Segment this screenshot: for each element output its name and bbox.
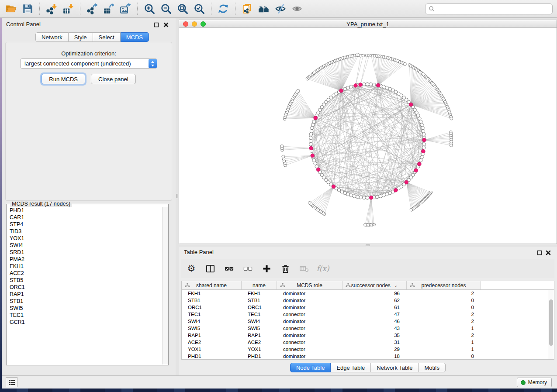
table-cell-filler [481, 297, 548, 304]
table-scrollbar[interactable] [548, 290, 554, 359]
table-cell: SWI4 [242, 318, 277, 325]
select-all-icon[interactable] [223, 263, 235, 274]
result-list-item[interactable]: SRD1 [7, 249, 162, 256]
task-history-button[interactable] [6, 377, 17, 387]
table-cell: dominator [277, 304, 343, 311]
result-list-item[interactable]: TEC1 [7, 312, 162, 319]
table-row[interactable]: PHD1PHD1dominator180 [182, 353, 548, 359]
result-list-item[interactable]: ACE2 [7, 270, 162, 277]
criterion-dropdown[interactable]: largest connected component (undirected) [20, 58, 157, 69]
table-row[interactable]: RAP1RAP1dominator352 [182, 332, 548, 339]
result-list-item[interactable]: STB5 [7, 277, 162, 284]
eye-slash-icon[interactable] [273, 2, 287, 16]
close-table-panel-icon[interactable] [546, 249, 552, 255]
mcds-result-scrollbar[interactable] [162, 207, 168, 364]
result-list-item[interactable]: PMA2 [7, 256, 162, 263]
function-builder-icon[interactable]: f(x) [317, 263, 329, 274]
result-list-item[interactable]: CAR1 [7, 214, 162, 221]
network-canvas[interactable] [179, 28, 557, 244]
vertical-splitter[interactable] [176, 18, 179, 375]
node-table-body: FKH1FKH1dominator962STB1STB1dominator620… [182, 290, 548, 359]
result-list-item[interactable]: STP4 [7, 221, 162, 228]
result-list-item[interactable]: FKH1 [7, 263, 162, 270]
column-header-mcds-role[interactable]: MCDS role [277, 281, 343, 289]
float-table-panel-icon[interactable] [537, 249, 543, 255]
table-cell: 2 [407, 290, 481, 297]
refresh-icon[interactable] [216, 2, 230, 16]
zoom-in-icon[interactable] [142, 2, 156, 16]
table-row[interactable]: STB1STB1dominator620 [182, 297, 548, 304]
delete-column-icon[interactable] [280, 263, 291, 274]
toolbar-separator [137, 3, 138, 15]
clone-network-icon[interactable] [240, 2, 254, 16]
network-window-titlebar: YPA_prune.txt_1 [179, 20, 557, 28]
result-list-item[interactable]: GCR1 [7, 319, 162, 326]
add-column-icon[interactable] [261, 263, 272, 274]
table-cell: RAP1 [182, 332, 242, 339]
result-list-item[interactable]: SWI5 [7, 305, 162, 312]
open-file-icon[interactable] [4, 2, 18, 16]
column-header-shared-name[interactable]: shared name [182, 281, 242, 289]
table-row[interactable]: FKH1FKH1dominator962 [182, 290, 548, 297]
save-session-icon[interactable] [21, 2, 35, 16]
network-window: YPA_prune.txt_1 [179, 20, 557, 244]
tab-motifs[interactable]: Motifs [419, 363, 446, 372]
result-list-item[interactable]: RAP1 [7, 291, 162, 298]
column-header-predecessor-nodes[interactable]: predecessor nodes [407, 281, 481, 289]
result-list-item[interactable]: STB1 [7, 298, 162, 305]
table-cell: YOX1 [182, 346, 242, 353]
tab-edge-table[interactable]: Edge Table [331, 363, 371, 372]
table-row[interactable]: TEC1TEC1connector472 [182, 311, 548, 318]
tab-select[interactable]: Select [93, 32, 121, 42]
float-panel-icon[interactable] [154, 21, 160, 28]
desktop-background [0, 389, 557, 392]
search-icon [429, 6, 435, 12]
tab-style[interactable]: Style [69, 32, 93, 42]
table-cell: ORC1 [242, 304, 277, 311]
memory-label: Memory [528, 379, 547, 385]
table-settings-gear-icon[interactable]: ⚙ [186, 263, 197, 274]
table-panel-tabs: Node Table Edge Table Network Table Moti… [179, 363, 557, 372]
tab-network[interactable]: Network [35, 32, 69, 42]
houses-icon[interactable] [257, 2, 271, 16]
import-network-icon[interactable] [45, 2, 59, 16]
export-table-icon[interactable] [102, 2, 116, 16]
zoom-selected-icon[interactable] [192, 2, 206, 16]
zoom-out-icon[interactable] [159, 2, 173, 16]
table-row[interactable]: SWI4SWI4dominator462 [182, 318, 548, 325]
export-image-icon[interactable] [118, 2, 132, 16]
clear-table-icon[interactable] [298, 263, 310, 274]
result-list-item[interactable]: PHD1 [7, 207, 162, 214]
table-row[interactable]: ACE2ACE2connector311 [182, 339, 548, 346]
tab-network-table[interactable]: Network Table [371, 363, 419, 372]
close-panel-icon[interactable] [163, 21, 170, 28]
table-row[interactable]: ORC1ORC1dominator610 [182, 304, 548, 311]
tab-mcds[interactable]: MCDS [121, 32, 149, 42]
splitter-handle[interactable] [366, 244, 370, 246]
export-network-icon[interactable] [85, 2, 99, 16]
table-cell: 46 [343, 318, 407, 325]
tab-node-table[interactable]: Node Table [290, 363, 331, 372]
result-list-item[interactable]: SWI4 [7, 242, 162, 249]
result-list-item[interactable]: TID3 [7, 228, 162, 235]
mcds-result-list: PHD1CAR1STP4TID3YOX1SWI4SRD1PMA2FKH1ACE2… [7, 207, 162, 364]
eye-icon[interactable] [290, 2, 304, 16]
result-list-item[interactable]: YOX1 [7, 235, 162, 242]
table-scrollbar-thumb[interactable] [549, 299, 553, 346]
run-mcds-button[interactable]: Run MCDS [42, 74, 85, 84]
close-panel-button[interactable]: Close panel [91, 74, 136, 84]
table-row[interactable]: SWI5SWI5connector431 [182, 325, 548, 332]
search-input[interactable] [435, 4, 552, 14]
deselect-all-icon[interactable] [242, 263, 253, 274]
result-list-item[interactable]: ORC1 [7, 284, 162, 291]
show-columns-panel-icon[interactable] [204, 263, 216, 274]
zoom-fit-icon[interactable] [176, 2, 190, 16]
splitter-handle[interactable] [176, 194, 178, 198]
import-table-icon[interactable] [61, 2, 75, 16]
table-cell: 1 [407, 339, 481, 346]
column-header-successor-nodes[interactable]: successor nodes ⌄ [343, 281, 407, 289]
column-header-name[interactable]: name [242, 281, 277, 289]
memory-button[interactable]: Memory [517, 378, 552, 387]
table-row[interactable]: YOX1YOX1connector291 [182, 346, 548, 353]
table-cell: 62 [343, 297, 407, 304]
